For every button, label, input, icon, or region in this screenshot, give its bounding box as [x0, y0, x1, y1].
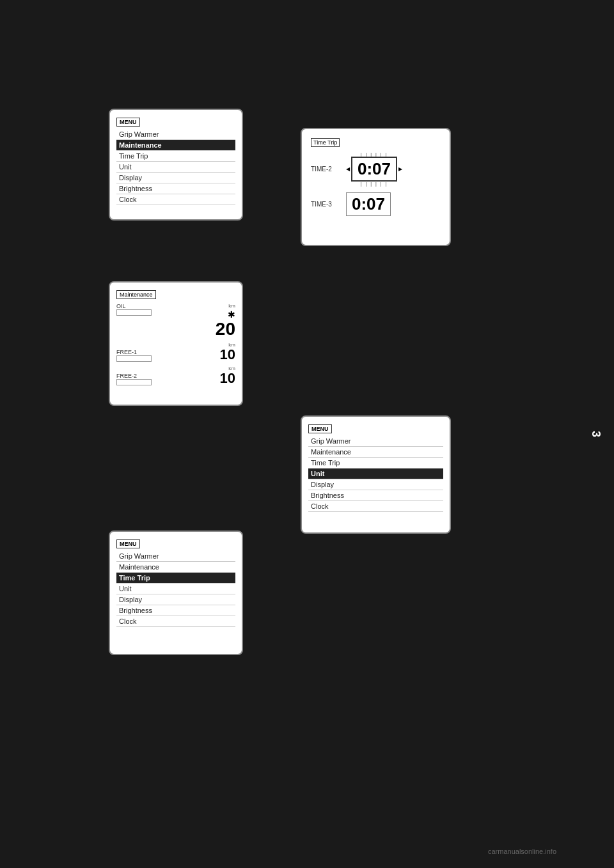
menu-item-clock-unit[interactable]: Clock	[308, 501, 443, 512]
gear-icon: ✱	[228, 309, 235, 320]
menu-item-unit-tt[interactable]: Unit	[116, 584, 235, 594]
menu-item-time-trip-unit[interactable]: Time Trip	[308, 458, 443, 469]
menu-item-grip-warmer-unit[interactable]: Grip Warmer	[308, 436, 443, 447]
screen-menu-maintenance: MENU Grip Warmer Maintenance Time Trip U…	[109, 109, 243, 221]
menu-item-display-tt[interactable]: Display	[116, 594, 235, 605]
screen-menu-unit: MENU Grip Warmer Maintenance Time Trip U…	[301, 415, 451, 534]
menu-item-display-1[interactable]: Display	[116, 173, 235, 183]
time-3-value: 0:07	[346, 192, 391, 216]
oil-label: OIL	[116, 303, 152, 309]
free2-bar	[116, 379, 152, 385]
oil-bar	[116, 309, 152, 316]
screen-maintenance-detail: Maintenance OIL km ✱ 20 FREE-1	[109, 281, 243, 406]
menu-item-grip-warmer-1[interactable]: Grip Warmer	[116, 129, 235, 140]
maint-row-oil: OIL km ✱ 20	[116, 303, 235, 338]
maint-row-free1: FREE-1 km 10	[116, 342, 235, 362]
menu-label-1: MENU	[116, 118, 140, 127]
menu-item-display-unit[interactable]: Display	[308, 479, 443, 490]
oil-unit: km	[216, 303, 235, 309]
menu-item-grip-warmer-tt[interactable]: Grip Warmer	[116, 551, 235, 562]
menu-item-maintenance-tt[interactable]: Maintenance	[116, 562, 235, 573]
menu-item-brightness-tt[interactable]: Brightness	[116, 605, 235, 616]
menu-item-maintenance-unit[interactable]: Maintenance	[308, 447, 443, 458]
menu-item-timetrip-selected[interactable]: Time Trip	[116, 573, 235, 584]
maintenance-header: Maintenance	[116, 290, 156, 299]
menu-item-unit-1[interactable]: Unit	[116, 162, 235, 173]
menu-item-clock-1[interactable]: Clock	[116, 194, 235, 205]
time-3-label: TIME-3	[311, 201, 346, 208]
menu-item-brightness-1[interactable]: Brightness	[116, 183, 235, 194]
watermark: carmanualsonline.info	[488, 848, 556, 855]
free1-value: 10	[220, 348, 235, 362]
menu-label-unit: MENU	[308, 424, 332, 433]
menu-item-clock-tt[interactable]: Clock	[116, 616, 235, 627]
time-2-label: TIME-2	[311, 166, 346, 173]
menu-item-unit-selected[interactable]: Unit	[308, 469, 443, 479]
time-trip-row-2: TIME-2 | | | | | | ◀ 0:07 ▶ | | | | | |	[311, 152, 441, 186]
time-2-value: 0:07	[351, 157, 397, 182]
time-trip-row-3: TIME-3 0:07	[311, 192, 441, 216]
screen-time-trip: Time Trip TIME-2 | | | | | | ◀ 0:07 ▶ | …	[301, 128, 451, 246]
menu-item-maintenance-selected[interactable]: Maintenance	[116, 140, 235, 151]
menu-item-time-trip-1[interactable]: Time Trip	[116, 151, 235, 162]
free1-label: FREE-1	[116, 349, 152, 355]
menu-item-brightness-unit[interactable]: Brightness	[308, 490, 443, 501]
oil-value: 20	[216, 320, 235, 338]
arrow-right-2: ▶	[398, 166, 402, 172]
time-trip-label: Time Trip	[311, 138, 340, 147]
maint-row-free2: FREE-2 km 10	[116, 366, 235, 385]
screen-menu-timetrip: MENU Grip Warmer Maintenance Time Trip U…	[109, 531, 243, 655]
arrow-left-2: ◀	[346, 166, 350, 172]
free1-bar	[116, 355, 152, 362]
free2-value: 10	[220, 371, 235, 385]
free2-label: FREE-2	[116, 373, 152, 379]
page-number: 3	[589, 431, 602, 437]
menu-label-timetrip: MENU	[116, 539, 140, 548]
